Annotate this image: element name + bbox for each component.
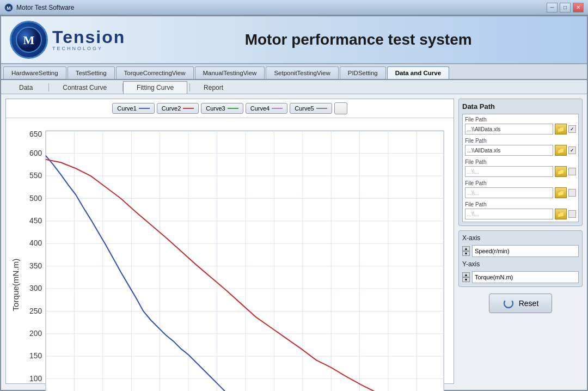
- svg-text:Torque(mN.m): Torque(mN.m): [11, 259, 20, 311]
- reset-button[interactable]: Reset: [489, 294, 553, 313]
- tab-hardware[interactable]: HardwareSetting: [3, 66, 66, 79]
- brand-text: Tension TECHNOLOGY: [52, 28, 125, 51]
- file-path-input-row-2: 📁 ✓: [465, 145, 576, 156]
- brand-name: Tension: [52, 28, 125, 46]
- file-path-input-1[interactable]: [465, 124, 553, 135]
- svg-rect-4: [46, 131, 444, 391]
- file-path-label-1: File Path: [465, 117, 576, 123]
- curve3-button[interactable]: Curve3: [201, 103, 243, 114]
- curve4-button[interactable]: Curve4: [246, 103, 287, 114]
- svg-text:550: 550: [29, 172, 42, 180]
- tab-torque[interactable]: TorqueCorrectingView: [116, 66, 194, 79]
- file-path-label-2: File Path: [465, 138, 576, 144]
- svg-text:M: M: [23, 33, 35, 47]
- file-path-label-5: File Path: [465, 201, 576, 207]
- chart-svg-container: 0 50 100 150 200 250 300 350 400 450 500…: [6, 118, 454, 391]
- svg-text:250: 250: [29, 307, 42, 315]
- x-axis-label: X-axis: [462, 234, 579, 242]
- app-title: Motor performance test system: [138, 31, 578, 48]
- svg-text:600: 600: [29, 149, 42, 157]
- svg-text:400: 400: [29, 239, 42, 247]
- curve1-label: Curve1: [117, 105, 136, 112]
- tab-setpoint[interactable]: SetponitTestingView: [266, 66, 338, 79]
- folder-btn-5[interactable]: 📁: [555, 209, 567, 219]
- sub-tab-fitting[interactable]: Fitting Curve: [123, 81, 187, 94]
- chart-svg: 0 50 100 150 200 250 300 350 400 450 500…: [8, 123, 451, 391]
- y-axis-up[interactable]: ▲: [462, 272, 470, 277]
- svg-text:500: 500: [29, 194, 42, 203]
- app-header: M Tension TECHNOLOGY Motor performance t…: [1, 16, 587, 64]
- reset-label: Reset: [519, 299, 539, 308]
- svg-text:300: 300: [29, 284, 42, 292]
- title-bar: M Motor Test Software ─ □ ✕: [0, 0, 588, 15]
- file-path-input-2[interactable]: [465, 145, 553, 156]
- svg-point-66: [504, 299, 513, 308]
- content-area: Curve1 Curve2 Curve3 Curve4 Curve5: [1, 94, 587, 388]
- window-controls: ─ □ ✕: [547, 3, 584, 13]
- tab-manual[interactable]: ManualTestingView: [195, 66, 265, 79]
- y-axis-spinner: ▲ ▼: [462, 272, 470, 282]
- check-5[interactable]: [568, 210, 576, 218]
- reset-section: Reset: [458, 291, 583, 315]
- right-panel: Data Path File Path 📁 ✓ File Path: [458, 99, 583, 384]
- file-path-row-2: File Path 📁 ✓: [465, 138, 576, 156]
- app-icon: M: [4, 3, 13, 12]
- data-path-title: Data Path: [462, 102, 579, 111]
- sub-tab-contrast[interactable]: Contrast Curve: [49, 81, 120, 94]
- file-path-row-3: File Path 📁: [465, 159, 576, 177]
- check-4[interactable]: [568, 189, 576, 197]
- y-axis-input[interactable]: [472, 271, 579, 283]
- maximize-button[interactable]: □: [560, 3, 571, 13]
- svg-text:650: 650: [29, 130, 42, 138]
- sub-tab-report[interactable]: Report: [190, 81, 237, 94]
- brand-subtitle: TECHNOLOGY: [52, 46, 125, 51]
- file-path-input-row-3: 📁: [465, 166, 576, 177]
- curve5-label: Curve5: [295, 105, 314, 112]
- file-path-input-4[interactable]: [465, 187, 553, 198]
- x-axis-down[interactable]: ▼: [462, 251, 470, 256]
- curve4-label: Curve4: [250, 105, 270, 112]
- main-window: M Tension TECHNOLOGY Motor performance t…: [0, 15, 588, 391]
- x-axis-spinner: ▲ ▼: [462, 246, 470, 256]
- folder-btn-2[interactable]: 📁: [555, 145, 567, 156]
- close-button[interactable]: ✕: [573, 3, 584, 13]
- file-path-input-row-4: 📁: [465, 187, 576, 198]
- curve5-line: [316, 108, 327, 109]
- sub-tab-bar: Data Contrast Curve Fitting Curve Report: [1, 80, 587, 94]
- curve1-button[interactable]: Curve1: [112, 103, 154, 114]
- file-path-list: File Path 📁 ✓ File Path 📁 ✓: [462, 114, 579, 222]
- x-axis-input-row: ▲ ▼: [462, 245, 579, 257]
- minimize-button[interactable]: ─: [547, 3, 558, 13]
- file-path-row-5: File Path 📁: [465, 201, 576, 219]
- file-path-row-4: File Path 📁: [465, 180, 576, 198]
- curve4-line: [272, 108, 283, 109]
- folder-btn-1[interactable]: 📁: [555, 124, 567, 135]
- curve2-line: [183, 108, 194, 109]
- curve3-label: Curve3: [206, 105, 225, 112]
- sub-tab-data[interactable]: Data: [5, 81, 46, 94]
- y-axis-down[interactable]: ▼: [462, 277, 470, 282]
- svg-text:450: 450: [29, 217, 42, 225]
- svg-text:150: 150: [29, 352, 42, 360]
- window-title: Motor Test Software: [16, 4, 547, 11]
- file-path-input-3[interactable]: [465, 166, 553, 177]
- x-axis-up[interactable]: ▲: [462, 246, 470, 251]
- curve2-label: Curve2: [162, 105, 181, 112]
- check-2[interactable]: ✓: [568, 146, 576, 154]
- tab-test[interactable]: TestSetting: [68, 66, 115, 79]
- y-axis-label: Y-axis: [462, 260, 579, 268]
- curve2-button[interactable]: Curve2: [157, 103, 199, 114]
- folder-btn-4[interactable]: 📁: [555, 187, 567, 198]
- x-axis-input[interactable]: [472, 245, 579, 257]
- tab-data-curve[interactable]: Data and Curve: [387, 66, 449, 79]
- file-path-label-3: File Path: [465, 159, 576, 165]
- check-3[interactable]: [568, 168, 576, 175]
- svg-text:100: 100: [29, 375, 42, 383]
- tab-pid[interactable]: PIDSetting: [340, 66, 386, 79]
- svg-text:200: 200: [29, 329, 42, 338]
- folder-btn-3[interactable]: 📁: [555, 166, 567, 177]
- check-1[interactable]: ✓: [568, 125, 576, 133]
- file-path-input-5[interactable]: [465, 209, 553, 219]
- file-path-input-row-5: 📁: [465, 209, 576, 219]
- curve5-button[interactable]: Curve5: [290, 103, 332, 114]
